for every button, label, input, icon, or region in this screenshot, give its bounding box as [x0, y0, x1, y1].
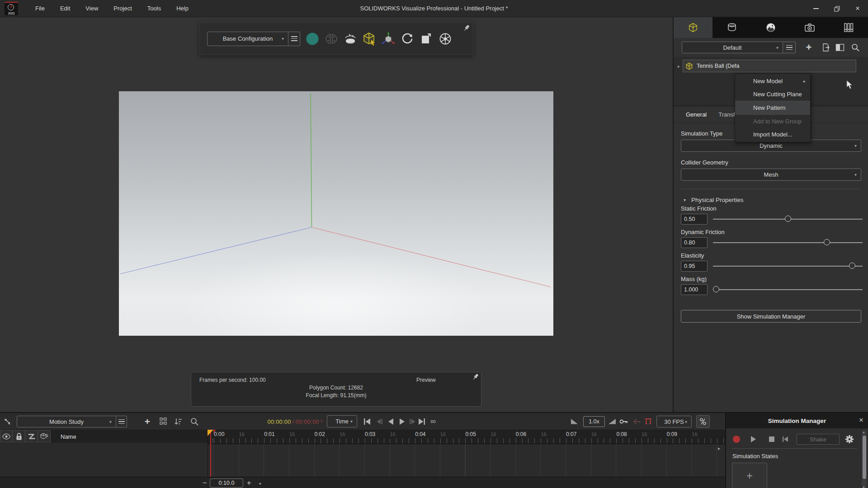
model-set-dropdown[interactable]: Default ▾	[682, 42, 783, 53]
restore-button[interactable]	[826, 0, 847, 17]
configuration-menu-button[interactable]	[288, 32, 300, 46]
tab-environments[interactable]	[751, 17, 790, 38]
go-to-start-button[interactable]	[362, 415, 373, 428]
timeline-track-area[interactable]	[208, 444, 725, 477]
static-friction-input[interactable]: 0.50	[681, 214, 708, 225]
lock-toggle[interactable]	[13, 430, 25, 442]
tab-appearances[interactable]	[712, 17, 751, 38]
menu-item-new-cutting-plane[interactable]: New Cutting Plane	[735, 88, 810, 101]
scroll-down-icon[interactable]: ▼	[862, 486, 865, 488]
menu-item-new-pattern[interactable]: New Pattern	[735, 101, 810, 114]
record-button[interactable]	[731, 434, 742, 445]
fps-dropdown[interactable]: 30 FPS ▾	[656, 416, 692, 427]
expand-caret-icon[interactable]: ▸	[678, 64, 680, 69]
close-icon[interactable]: ×	[859, 416, 863, 425]
configuration-dropdown[interactable]: Base Configuration ▾	[207, 32, 288, 46]
ramp-out-button[interactable]	[607, 415, 618, 428]
zoom-out-button[interactable]: −	[203, 479, 207, 487]
reset-view-button[interactable]	[401, 32, 414, 46]
ai-denoiser-button[interactable]	[325, 32, 338, 46]
search-button[interactable]	[849, 42, 861, 53]
scrollbar[interactable]: ▲ ▼	[862, 430, 867, 488]
collapse-panel-button[interactable]	[2, 415, 14, 428]
menu-item-new-model[interactable]: New Model ▸	[735, 75, 810, 88]
physical-properties-header[interactable]: ▾ Physical Properties	[684, 197, 868, 203]
tree-item-tennis-ball[interactable]: ▸ Tennis Ball (Defa	[683, 60, 856, 72]
menu-project[interactable]: Project	[109, 3, 136, 14]
split-view-button[interactable]	[834, 42, 846, 53]
menu-tools[interactable]: Tools	[143, 3, 165, 14]
previous-keyframe-button[interactable]	[631, 415, 642, 428]
menu-edit[interactable]: Edit	[56, 3, 75, 14]
elasticity-slider[interactable]	[713, 261, 863, 272]
move-tool-button[interactable]	[382, 32, 395, 46]
viewport-3d[interactable]	[119, 91, 553, 336]
scrollbar-thumb[interactable]	[863, 436, 866, 479]
auto-keyframe-toggle[interactable]	[696, 415, 710, 428]
loop-button[interactable]: ∞	[428, 415, 439, 428]
slider-handle[interactable]	[785, 216, 791, 222]
mass-input[interactable]: 1.000	[681, 284, 708, 295]
time-range-value[interactable]: 0:10.0	[210, 479, 243, 488]
minimize-button[interactable]	[806, 0, 826, 17]
search-timeline-button[interactable]	[188, 415, 201, 428]
motion-study-dropdown[interactable]: Motion Study ▾	[17, 416, 116, 427]
zoom-in-button[interactable]: +	[247, 479, 251, 487]
menu-help[interactable]: Help	[172, 3, 193, 14]
camera-aperture-button[interactable]	[439, 32, 452, 46]
add-animation-button[interactable]: +	[141, 415, 154, 428]
ramp-in-button[interactable]	[569, 415, 580, 428]
dynamic-friction-slider[interactable]	[713, 237, 863, 248]
restart-simulation-button[interactable]	[780, 434, 791, 445]
pin-icon[interactable]	[472, 373, 479, 380]
play-button[interactable]	[396, 415, 407, 428]
close-button[interactable]: ×	[847, 0, 868, 17]
trim-button[interactable]	[643, 415, 654, 428]
tab-models[interactable]	[674, 17, 712, 38]
select-tool-button[interactable]	[363, 32, 376, 46]
show-simulation-manager-button[interactable]: Show Simulation Manager	[681, 310, 861, 323]
motion-study-menu-button[interactable]	[116, 416, 127, 427]
slider-handle[interactable]	[824, 239, 830, 245]
import-button[interactable]	[820, 42, 832, 53]
go-to-end-button[interactable]	[416, 415, 427, 428]
time-mode-dropdown[interactable]: Time ▾	[327, 415, 357, 427]
tab-libraries[interactable]	[829, 17, 868, 38]
menu-file[interactable]: File	[31, 3, 49, 14]
tab-cameras[interactable]	[790, 17, 829, 38]
play-backward-button[interactable]	[386, 415, 396, 428]
menu-view[interactable]: View	[81, 3, 103, 14]
stop-simulation-button[interactable]	[766, 434, 777, 445]
pin-icon[interactable]	[463, 24, 470, 32]
canvas-area[interactable]: Base Configuration ▾	[0, 17, 672, 412]
keyframe-view-button[interactable]	[157, 415, 170, 428]
static-friction-slider[interactable]	[713, 214, 863, 225]
camera-track-toggle[interactable]	[38, 430, 51, 442]
interpolation-toggle[interactable]	[25, 430, 38, 442]
add-button[interactable]: +	[803, 42, 815, 53]
model-set-menu-button[interactable]	[783, 42, 796, 53]
slider-handle[interactable]	[713, 286, 719, 292]
mass-slider[interactable]	[713, 284, 863, 295]
render-preview-button[interactable]	[306, 32, 319, 46]
scroll-up-icon[interactable]: ▲	[862, 431, 865, 434]
playhead-flag[interactable]	[208, 430, 216, 437]
snapshot-button[interactable]	[420, 32, 433, 46]
menu-item-import-model[interactable]: Import Model...	[735, 128, 810, 141]
collider-geometry-dropdown[interactable]: Mesh ▾	[681, 169, 861, 181]
add-keyframe-button[interactable]	[618, 415, 629, 428]
scroll-left-icon[interactable]: ◂	[259, 481, 261, 486]
add-simulation-state-tile[interactable]: +	[732, 463, 767, 488]
step-back-button[interactable]	[374, 415, 385, 428]
dynamic-friction-input[interactable]: 0.80	[681, 237, 708, 248]
turntable-button[interactable]	[344, 32, 357, 46]
timeline-ruler[interactable]: 0:00160:01160:02160:03160:04160:05160:06…	[208, 430, 725, 444]
play-simulation-button[interactable]	[748, 434, 759, 445]
elasticity-input[interactable]: 0.95	[681, 261, 708, 272]
playback-speed-button[interactable]: 1.0x	[583, 416, 605, 427]
sort-button[interactable]	[172, 415, 184, 428]
simulation-settings-button[interactable]	[844, 434, 855, 445]
expand-arrow-icon[interactable]: ▸	[718, 446, 721, 451]
visibility-toggle[interactable]	[0, 430, 13, 442]
slider-handle[interactable]	[849, 263, 855, 269]
